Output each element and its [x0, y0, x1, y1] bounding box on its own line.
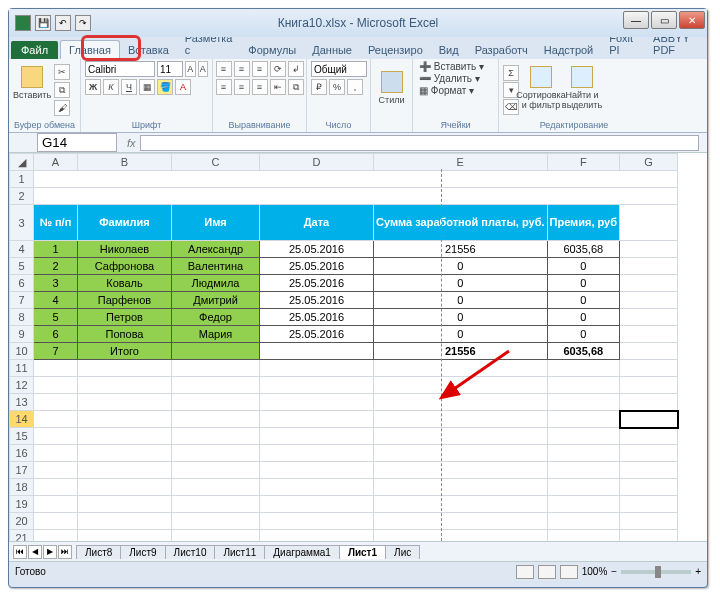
number-format-select[interactable]: [311, 61, 367, 77]
row-header[interactable]: 14: [10, 411, 34, 428]
cell[interactable]: [620, 258, 678, 275]
paste-button[interactable]: Вставить: [13, 64, 51, 116]
cell[interactable]: [172, 343, 260, 360]
cell[interactable]: 2: [34, 258, 78, 275]
tab-developer[interactable]: Разработч: [467, 41, 536, 59]
table-header[interactable]: Сумма заработной платы, руб.: [374, 205, 548, 241]
tab-home[interactable]: Главная: [60, 40, 120, 59]
align-right-icon[interactable]: ≡: [252, 79, 268, 95]
table-header[interactable]: Премия, руб: [547, 205, 620, 241]
tab-formulas[interactable]: Формулы: [240, 41, 304, 59]
row-header[interactable]: 6: [10, 275, 34, 292]
cell[interactable]: 25.05.2016: [260, 309, 374, 326]
close-button[interactable]: ✕: [679, 11, 705, 29]
cell[interactable]: 0: [547, 309, 620, 326]
sheet-tab[interactable]: Диаграмма1: [264, 545, 340, 559]
tab-file[interactable]: Файл: [11, 41, 58, 59]
minimize-button[interactable]: —: [623, 11, 649, 29]
tab-addins[interactable]: Надстрой: [536, 41, 601, 59]
cell[interactable]: 25.05.2016: [260, 326, 374, 343]
cell[interactable]: 0: [374, 275, 548, 292]
row-header[interactable]: 11: [10, 360, 34, 377]
border-button[interactable]: ▦: [139, 79, 155, 95]
italic-button[interactable]: К: [103, 79, 119, 95]
format-cells-button[interactable]: ▦ Формат ▾: [417, 85, 494, 96]
sheet-nav-last[interactable]: ⏭: [58, 545, 72, 559]
col-header-D[interactable]: D: [260, 154, 374, 171]
cell[interactable]: 25.05.2016: [260, 292, 374, 309]
cell[interactable]: [620, 445, 678, 462]
col-header-G[interactable]: G: [620, 154, 678, 171]
fill-color-button[interactable]: 🪣: [157, 79, 173, 95]
row-header[interactable]: 10: [10, 343, 34, 360]
format-painter-icon[interactable]: 🖌: [54, 100, 70, 116]
cell[interactable]: 0: [374, 292, 548, 309]
row-header[interactable]: 9: [10, 326, 34, 343]
cell[interactable]: Александр: [172, 241, 260, 258]
row-header[interactable]: 17: [10, 462, 34, 479]
sheet-tab[interactable]: Лист8: [76, 545, 121, 559]
table-header[interactable]: Дата: [260, 205, 374, 241]
font-name-select[interactable]: [85, 61, 155, 77]
shrink-font-icon[interactable]: A: [198, 61, 209, 77]
cell[interactable]: 7: [34, 343, 78, 360]
cell[interactable]: [620, 343, 678, 360]
indent-dec-icon[interactable]: ⇤: [270, 79, 286, 95]
cell[interactable]: [620, 530, 678, 542]
row-header[interactable]: 3: [10, 205, 34, 241]
sheet-tab[interactable]: Лист11: [214, 545, 265, 559]
row-header[interactable]: 8: [10, 309, 34, 326]
cell[interactable]: Людмила: [172, 275, 260, 292]
cell[interactable]: 25.05.2016: [260, 275, 374, 292]
cell[interactable]: Итого: [78, 343, 172, 360]
save-icon[interactable]: 💾: [35, 15, 51, 31]
cell[interactable]: Коваль: [78, 275, 172, 292]
cell[interactable]: 0: [547, 292, 620, 309]
sheet-nav-prev[interactable]: ◀: [28, 545, 42, 559]
sheet-tab[interactable]: Лист9: [120, 545, 165, 559]
row-header[interactable]: 4: [10, 241, 34, 258]
cell[interactable]: 1: [34, 241, 78, 258]
tab-insert[interactable]: Вставка: [120, 41, 177, 59]
row-header[interactable]: 13: [10, 394, 34, 411]
zoom-out-button[interactable]: −: [611, 566, 617, 577]
zoom-slider[interactable]: [621, 570, 691, 574]
name-box[interactable]: [37, 133, 117, 152]
col-header-A[interactable]: A: [34, 154, 78, 171]
cell[interactable]: Дмитрий: [172, 292, 260, 309]
sheet-nav-first[interactable]: ⏮: [13, 545, 27, 559]
row-header[interactable]: 18: [10, 479, 34, 496]
tab-review[interactable]: Рецензиро: [360, 41, 431, 59]
select-all-button[interactable]: ◢: [10, 154, 34, 171]
formula-bar[interactable]: [140, 135, 699, 151]
fx-icon[interactable]: fx: [127, 137, 136, 149]
align-bot-icon[interactable]: ≡: [252, 61, 268, 77]
cell[interactable]: 3: [34, 275, 78, 292]
zoom-in-button[interactable]: +: [695, 566, 701, 577]
cell[interactable]: 6035,68: [547, 241, 620, 258]
cell[interactable]: [620, 309, 678, 326]
sheet-tab[interactable]: Лист1: [339, 545, 386, 559]
row-header[interactable]: 2: [10, 188, 34, 205]
align-left-icon[interactable]: ≡: [216, 79, 232, 95]
cell[interactable]: 0: [374, 258, 548, 275]
row-header[interactable]: 5: [10, 258, 34, 275]
tab-view[interactable]: Вид: [431, 41, 467, 59]
cell[interactable]: [620, 513, 678, 530]
col-header-F[interactable]: F: [547, 154, 620, 171]
sheet-nav-next[interactable]: ▶: [43, 545, 57, 559]
table-header[interactable]: № п/п: [34, 205, 78, 241]
align-top-icon[interactable]: ≡: [216, 61, 232, 77]
cell[interactable]: [620, 462, 678, 479]
row-header[interactable]: 1: [10, 171, 34, 188]
cell[interactable]: 0: [374, 326, 548, 343]
table-header[interactable]: Фамилия: [78, 205, 172, 241]
col-header-B[interactable]: B: [78, 154, 172, 171]
align-mid-icon[interactable]: ≡: [234, 61, 250, 77]
cell[interactable]: 21556: [374, 343, 548, 360]
cell[interactable]: [620, 326, 678, 343]
redo-icon[interactable]: ↷: [75, 15, 91, 31]
col-header-C[interactable]: C: [172, 154, 260, 171]
col-header-E[interactable]: E: [374, 154, 548, 171]
cell[interactable]: [620, 292, 678, 309]
